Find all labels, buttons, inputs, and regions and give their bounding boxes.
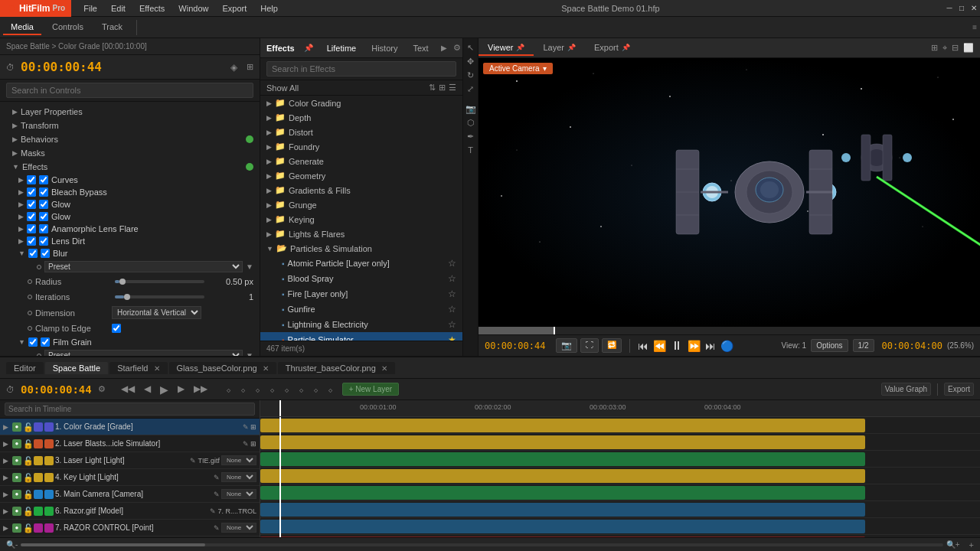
tl-tab-thruster-close[interactable]: ✕ bbox=[381, 364, 387, 373]
transform-header[interactable]: ▶ Transform bbox=[0, 119, 260, 132]
next-frame-button[interactable]: ⏩ bbox=[688, 340, 701, 352]
tl-step-back-btn[interactable]: ◀ bbox=[141, 382, 154, 397]
viewer-btn-loop[interactable]: 🔁 bbox=[602, 338, 622, 353]
effect-anamorphic-enable[interactable] bbox=[27, 224, 36, 233]
effect-atomic-star[interactable]: ☆ bbox=[448, 258, 456, 269]
tl-zoom-slider[interactable] bbox=[21, 543, 942, 546]
effects-more-icon[interactable]: ▶ bbox=[441, 44, 447, 52]
tl-mark-out[interactable]: ⬦ bbox=[237, 383, 249, 396]
track-row-7[interactable]: ▶ ● 🔓 7. RAZOR CONTROL [Point] ✎ None bbox=[0, 520, 260, 536]
effect-blur-enable[interactable] bbox=[28, 249, 38, 258]
track-7-vis[interactable]: ● bbox=[12, 523, 21, 533]
viewer-tab-layer[interactable]: Layer 📌 bbox=[534, 41, 585, 56]
blur-iter-dot[interactable] bbox=[28, 295, 32, 299]
seek-playhead[interactable] bbox=[554, 327, 555, 334]
new-layer-button[interactable]: + New Layer bbox=[342, 383, 399, 396]
menu-effects[interactable]: Effects bbox=[133, 2, 171, 15]
loop-button[interactable]: 🔵 bbox=[720, 340, 733, 352]
viewer-tab-viewer[interactable]: Viewer 📌 bbox=[479, 41, 534, 56]
viewer-safe-icon[interactable]: ⬜ bbox=[963, 43, 974, 53]
tl-tab-glass[interactable]: Glass_baseColor.png ✕ bbox=[169, 362, 276, 374]
track-6-vis[interactable]: ● bbox=[12, 507, 21, 516]
track-1-lock[interactable]: 🔓 bbox=[23, 422, 32, 432]
tl-tab-editor[interactable]: Editor bbox=[6, 362, 44, 374]
effect-curves-enable2[interactable] bbox=[39, 175, 48, 184]
track-2-fx[interactable]: ✎ bbox=[243, 440, 249, 448]
tl-mark6[interactable]: ⬦ bbox=[296, 383, 307, 396]
viewer-transform-icon[interactable]: ⌖ bbox=[942, 43, 947, 53]
maximize-button[interactable]: □ bbox=[956, 0, 968, 17]
tool-rotate[interactable]: ↻ bbox=[465, 69, 477, 81]
effect-lightning[interactable]: ▪ Lightning & Electricity ☆ bbox=[260, 317, 462, 332]
tl-tab-space-battle[interactable]: Space Battle bbox=[45, 362, 108, 374]
effects-tab-text[interactable]: Text bbox=[408, 42, 433, 54]
menu-window[interactable]: Window bbox=[172, 2, 214, 15]
cat-grunge[interactable]: ▶ 📁 Grunge bbox=[260, 197, 462, 212]
blur-dim-dot[interactable] bbox=[28, 311, 32, 315]
tl-zoom-in-btn[interactable]: 🔍+ bbox=[946, 540, 960, 549]
track-5-fx[interactable]: ✎ bbox=[214, 491, 220, 498]
effect-expand-anamorphic[interactable]: ▶ bbox=[18, 225, 24, 233]
cat-color-grading[interactable]: ▶ 📁 Color Grading bbox=[260, 96, 462, 110]
behaviors-header[interactable]: ▶ Behaviors bbox=[0, 132, 260, 146]
fg-preset-select[interactable]: Preset bbox=[44, 350, 243, 356]
tool-scale[interactable]: ⤢ bbox=[465, 83, 477, 95]
tl-tab-glass-close[interactable]: ✕ bbox=[263, 364, 269, 373]
track-2-solo[interactable] bbox=[34, 439, 43, 448]
effect-expand-glow2[interactable]: ▶ bbox=[18, 213, 24, 220]
effect-psim-star[interactable]: ★ bbox=[448, 334, 456, 341]
effect-blur-enable2[interactable] bbox=[41, 249, 50, 258]
effects-search-input[interactable] bbox=[266, 61, 456, 77]
track-3-lock[interactable]: 🔓 bbox=[23, 456, 32, 465]
effects-settings-icon[interactable]: ⚙ bbox=[453, 43, 461, 53]
effect-glow2-enable2[interactable] bbox=[39, 212, 48, 221]
tab-controls[interactable]: Controls bbox=[44, 20, 91, 35]
blur-dim-select[interactable]: Horizontal & Vertical bbox=[112, 306, 201, 319]
blur-clamp-checkbox[interactable] bbox=[112, 324, 121, 333]
track-6-solo[interactable] bbox=[34, 507, 43, 516]
blur-preset-expand[interactable]: ▼ bbox=[246, 262, 253, 271]
effect-lens-enable[interactable] bbox=[27, 236, 36, 246]
menu-file[interactable]: File bbox=[77, 2, 103, 15]
track-3-fx[interactable]: ✎ bbox=[190, 457, 196, 465]
track-row-1[interactable]: ▶ ● 🔓 1. Color Grade [Grade] ✎ ⊞ bbox=[0, 419, 260, 435]
blur-radius-handle[interactable] bbox=[119, 279, 126, 285]
tl-play-btn[interactable]: ▶ bbox=[157, 382, 172, 397]
track-1-fx[interactable]: ✎ bbox=[243, 423, 249, 431]
clip-3-bar[interactable] bbox=[260, 452, 865, 466]
track-1-motion[interactable]: ⊞ bbox=[250, 423, 256, 431]
blur-iter-handle[interactable] bbox=[124, 294, 130, 300]
effect-fire-star[interactable]: ☆ bbox=[448, 289, 456, 299]
tl-tab-starfield[interactable]: Starfield ✕ bbox=[109, 362, 167, 374]
track-row-4[interactable]: ▶ ● 🔓 4. Key Light [Light] ✎ None bbox=[0, 469, 260, 486]
track-3-dropdown[interactable]: None bbox=[221, 455, 256, 465]
track-6-arrow[interactable]: ▶ bbox=[3, 507, 11, 515]
cat-geometry[interactable]: ▶ 📁 Geometry bbox=[260, 168, 462, 183]
track-4-lock[interactable]: 🔓 bbox=[23, 473, 32, 482]
cat-generate[interactable]: ▶ 📁 Generate bbox=[260, 154, 462, 168]
track-2-arrow[interactable]: ▶ bbox=[3, 440, 11, 448]
prev-frame-button[interactable]: ⏪ bbox=[653, 340, 666, 352]
menu-help[interactable]: Help bbox=[254, 2, 284, 15]
minimize-button[interactable]: ─ bbox=[943, 0, 956, 17]
effect-expand-bleach[interactable]: ▶ bbox=[18, 188, 24, 196]
clip-8-bar[interactable] bbox=[260, 536, 865, 537]
search-controls-input[interactable] bbox=[6, 83, 253, 98]
viewer-tab-export[interactable]: Export 📌 bbox=[585, 41, 639, 56]
track-row-8[interactable]: ▶ ● 🔓 8. TIE.gitf [Model] ✎ 9. TI...NTRO… bbox=[0, 536, 260, 537]
blur-preset-select[interactable]: Preset bbox=[44, 261, 243, 272]
tl-prev-btn[interactable]: ◀◀ bbox=[118, 382, 138, 397]
effect-lens-enable2[interactable] bbox=[39, 236, 48, 246]
effects-tab-lifetime[interactable]: Lifetime bbox=[322, 42, 361, 54]
effect-gunfire-star[interactable]: ☆ bbox=[448, 304, 456, 315]
effects-header[interactable]: ▼ Effects bbox=[0, 160, 260, 174]
viewer-snap-icon[interactable]: ⊞ bbox=[931, 43, 938, 53]
viewer-seek-bar[interactable] bbox=[479, 327, 980, 334]
cat-keying[interactable]: ▶ 📁 Keying bbox=[260, 212, 462, 227]
track-2-motion[interactable]: ⊞ bbox=[250, 440, 256, 448]
effect-atomic-particle[interactable]: ▪ Atomic Particle [Layer only] ☆ bbox=[260, 256, 462, 271]
track-3-vis[interactable]: ● bbox=[12, 456, 21, 465]
tl-mark7[interactable]: ⬦ bbox=[310, 383, 322, 396]
clip-1-bar[interactable] bbox=[260, 419, 865, 432]
track-row-2[interactable]: ▶ ● 🔓 2. Laser Blasts...icle Simulator] … bbox=[0, 435, 260, 452]
